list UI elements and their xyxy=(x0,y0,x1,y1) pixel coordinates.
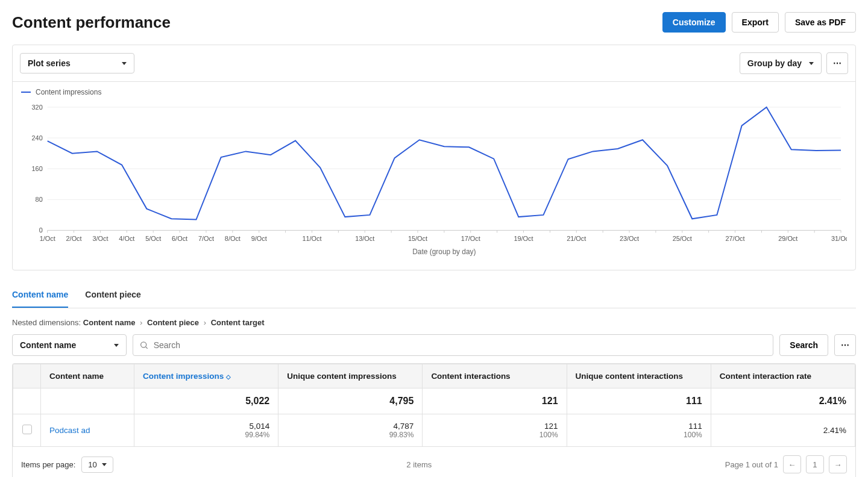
svg-text:13/Oct: 13/Oct xyxy=(355,235,374,242)
search-icon xyxy=(139,340,149,350)
group-by-select[interactable]: Group by day xyxy=(740,52,822,74)
col-header-impressions[interactable]: Content impressions◇ xyxy=(134,364,278,388)
svg-text:11/Oct: 11/Oct xyxy=(302,235,321,242)
legend-series-name: Content impressions xyxy=(36,88,101,96)
totals-row: 5,022 4,795 121 111 2.41% xyxy=(13,388,855,414)
svg-text:29/Oct: 29/Oct xyxy=(778,235,797,242)
tab-content-piece[interactable]: Content piece xyxy=(85,285,141,308)
svg-text:4/Oct: 4/Oct xyxy=(119,235,134,242)
svg-text:15/Oct: 15/Oct xyxy=(408,235,427,242)
legend-swatch xyxy=(21,92,31,93)
svg-text:19/Oct: 19/Oct xyxy=(514,235,533,242)
svg-text:25/Oct: 25/Oct xyxy=(673,235,692,242)
svg-line-64 xyxy=(146,347,148,349)
svg-text:80: 80 xyxy=(36,196,43,203)
svg-text:2/Oct: 2/Oct xyxy=(66,235,82,242)
svg-text:21/Oct: 21/Oct xyxy=(567,235,586,242)
row-name-link[interactable]: Podcast ad xyxy=(49,426,90,435)
export-button[interactable]: Export xyxy=(732,12,779,33)
customize-button[interactable]: Customize xyxy=(662,12,726,33)
nested-dimensions: Nested dimensions: Content name › Conten… xyxy=(12,318,856,327)
chart-more-button[interactable]: ⋯ xyxy=(826,52,848,74)
col-header-checkbox xyxy=(13,364,41,388)
svg-text:23/Oct: 23/Oct xyxy=(620,235,639,242)
svg-text:6/Oct: 6/Oct xyxy=(172,235,187,242)
svg-text:31/Oct: 31/Oct xyxy=(831,235,847,242)
svg-text:1/Oct: 1/Oct xyxy=(40,235,55,242)
arrow-left-icon: ← xyxy=(788,460,796,469)
svg-text:0: 0 xyxy=(39,226,43,234)
svg-text:17/Oct: 17/Oct xyxy=(461,235,480,242)
items-per-page-label: Items per page: xyxy=(21,460,75,469)
row-checkbox[interactable] xyxy=(22,425,32,434)
table-more-button[interactable]: ⋯ xyxy=(834,334,856,356)
more-icon: ⋯ xyxy=(841,340,850,350)
group-by-label: Group by day xyxy=(747,58,802,68)
svg-text:27/Oct: 27/Oct xyxy=(725,235,744,242)
dimension-select[interactable]: Content name xyxy=(12,334,127,356)
items-count: 2 items xyxy=(406,460,432,469)
svg-text:320: 320 xyxy=(32,104,43,111)
table-row: Podcast ad 5,014 99.84% 4,787 99.83% 121… xyxy=(13,414,855,447)
col-header-name[interactable]: Content name xyxy=(41,364,134,388)
chevron-down-icon xyxy=(122,62,127,65)
sort-indicator-icon: ◇ xyxy=(226,373,231,380)
chevron-down-icon xyxy=(102,463,107,466)
chevron-down-icon xyxy=(809,62,814,65)
items-per-page-select[interactable]: 10 xyxy=(81,457,113,473)
col-header-unique-interactions[interactable]: Unique content interactions xyxy=(567,364,711,388)
svg-text:3/Oct: 3/Oct xyxy=(92,235,108,242)
svg-point-63 xyxy=(141,342,146,348)
plot-series-select[interactable]: Plot series xyxy=(20,53,134,73)
page-number[interactable]: 1 xyxy=(806,455,824,473)
save-pdf-button[interactable]: Save as PDF xyxy=(785,12,856,33)
prev-page-button[interactable]: ← xyxy=(783,455,801,473)
svg-text:8/Oct: 8/Oct xyxy=(225,235,241,242)
col-header-interactions[interactable]: Content interactions xyxy=(423,364,567,388)
tab-content-name[interactable]: Content name xyxy=(12,285,68,308)
more-icon: ⋯ xyxy=(833,58,842,68)
svg-text:Date (group by day): Date (group by day) xyxy=(412,248,476,256)
page-indicator: Page 1 out of 1 xyxy=(725,460,778,469)
arrow-right-icon: → xyxy=(834,460,841,469)
line-chart: 0801602403201/Oct2/Oct3/Oct4/Oct5/Oct6/O… xyxy=(21,102,847,258)
page-title: Content performance xyxy=(12,13,171,32)
plot-series-label: Plot series xyxy=(28,58,71,68)
svg-text:7/Oct: 7/Oct xyxy=(198,235,214,242)
col-header-interaction-rate[interactable]: Content interaction rate xyxy=(711,364,855,388)
svg-text:9/Oct: 9/Oct xyxy=(251,235,267,242)
chevron-down-icon xyxy=(114,344,119,347)
col-header-unique-impressions[interactable]: Unique content impressions xyxy=(278,364,423,388)
search-input[interactable] xyxy=(154,335,767,355)
dimension-select-label: Content name xyxy=(20,340,76,350)
svg-text:5/Oct: 5/Oct xyxy=(145,235,161,242)
svg-text:240: 240 xyxy=(32,134,43,142)
search-button[interactable]: Search xyxy=(779,334,828,356)
svg-text:160: 160 xyxy=(32,165,43,172)
next-page-button[interactable]: → xyxy=(829,455,847,473)
